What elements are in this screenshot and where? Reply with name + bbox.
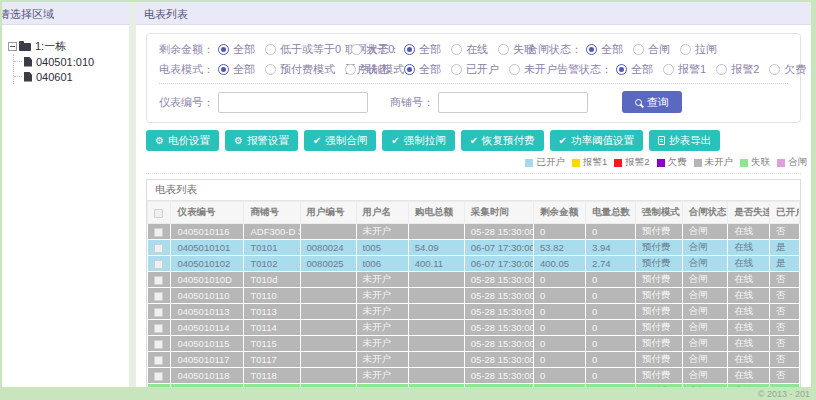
row-checkbox[interactable] — [154, 292, 163, 301]
radio-option[interactable]: 已开户 — [451, 62, 499, 77]
radio-label: 在线 — [466, 42, 488, 57]
action-button[interactable]: ✔强制拉闸 — [382, 130, 454, 151]
radio-option[interactable]: 全部 — [404, 62, 441, 77]
table-cell: T0114 — [244, 320, 300, 336]
action-button[interactable]: ✔强制合闸 — [304, 130, 376, 151]
radio-option[interactable]: 预付费模式 — [265, 62, 335, 77]
table-cell: 05-28 15:30:00 — [464, 304, 533, 320]
legend-item: 欠费 — [657, 156, 687, 169]
column-header: 用户名 — [356, 202, 408, 224]
query-button[interactable]: 查询 — [622, 91, 682, 113]
select-all-checkbox[interactable] — [154, 209, 163, 218]
legend-swatch — [740, 159, 748, 167]
radio-option[interactable]: 拉闸 — [680, 42, 717, 57]
radio-option[interactable]: 合闸 — [633, 42, 670, 57]
row-select-cell — [148, 320, 171, 336]
table-cell: T0102 — [244, 256, 300, 272]
tree-root-node[interactable]: 1:一栋 — [8, 39, 125, 54]
export-readings-button[interactable]: 抄表导出 — [649, 130, 720, 151]
column-header: 购电总额 — [408, 202, 464, 224]
column-header: 合闸状态 — [682, 202, 728, 224]
radio-option[interactable]: 全部 — [218, 62, 255, 77]
radio-option[interactable]: 全部 — [218, 42, 255, 57]
table-cell: 在线 — [728, 240, 770, 256]
table-cell — [300, 320, 356, 336]
app-window: 请选择区域 1:一栋 040501:010040601 电表列表 剩余金额：全部… — [2, 2, 811, 387]
row-checkbox[interactable] — [154, 340, 163, 349]
action-button[interactable]: ✔恢复预付费 — [461, 130, 544, 151]
tree-child-node[interactable]: 040501:010 — [14, 54, 125, 69]
status-legend: 已开户报警1报警2欠费未开户失联合闸 — [146, 156, 807, 169]
radio-option[interactable]: 报警1 — [663, 62, 706, 77]
legend-item: 未开户 — [694, 156, 734, 169]
row-checkbox[interactable] — [154, 276, 163, 285]
row-select-cell — [148, 240, 171, 256]
column-header: 强制模式 — [635, 202, 682, 224]
table-cell: 否 — [769, 272, 799, 288]
radio-option[interactable]: 全部 — [586, 42, 623, 57]
row-checkbox[interactable] — [154, 260, 163, 269]
action-button[interactable]: ✔功率阈值设置 — [550, 130, 643, 151]
legend-separator — [146, 173, 801, 174]
table-cell: 否 — [769, 304, 799, 320]
table-cell: 失连 — [728, 384, 770, 388]
radio-label: 全部 — [233, 62, 255, 77]
action-button[interactable]: ⚙报警设置 — [225, 130, 298, 151]
radio-label: 欠费 — [784, 62, 806, 77]
table-cell: 未开户 — [356, 304, 408, 320]
row-checkbox[interactable] — [154, 308, 163, 317]
table-cell: 预付费 — [635, 368, 682, 384]
radio-option[interactable]: 在线 — [451, 42, 488, 57]
table-cell — [300, 224, 356, 240]
search-row: 仪表编号： 商铺号： 查询 — [159, 88, 788, 116]
radio-icon — [404, 64, 415, 75]
table-cell: 未开户 — [356, 224, 408, 240]
legend-item: 失联 — [740, 156, 770, 169]
legend-swatch — [657, 159, 665, 167]
region-sidebar: 请选择区域 1:一栋 040501:010040601 — [2, 2, 129, 387]
action-button[interactable]: ⚙电价设置 — [146, 130, 219, 151]
radio-option[interactable]: 低于或等于0 — [265, 42, 341, 57]
table-cell: 合闸 — [682, 368, 728, 384]
table-cell — [408, 304, 464, 320]
row-checkbox[interactable] — [154, 244, 163, 253]
table-cell: 合闸 — [682, 320, 728, 336]
legend-swatch — [614, 159, 622, 167]
table-cell: 0405010116 — [171, 224, 244, 240]
row-checkbox[interactable] — [154, 372, 163, 381]
radio-option[interactable]: 未开户 — [509, 62, 557, 77]
table-cell: 0405010114 — [171, 320, 244, 336]
row-checkbox[interactable] — [154, 324, 163, 333]
legend-swatch — [777, 159, 785, 167]
table-cell: 53.82 — [533, 240, 585, 256]
radio-option[interactable]: 报警2 — [716, 62, 759, 77]
table-cell: 0 — [533, 384, 585, 388]
radio-label: 全部 — [419, 42, 441, 57]
radio-option[interactable]: 欠费 — [769, 62, 806, 77]
action-button-label: 恢复预付费 — [482, 134, 535, 148]
page-title: 电表列表 — [136, 2, 811, 25]
radio-option[interactable]: 全部 — [616, 62, 653, 77]
radio-icon — [769, 64, 780, 75]
table-cell — [408, 368, 464, 384]
shop-no-input[interactable] — [438, 92, 588, 113]
tree-collapse-icon[interactable] — [8, 42, 17, 51]
radio-icon — [218, 64, 229, 75]
table-cell: 05-28 15:30:00 — [464, 368, 533, 384]
table-row: 0405010113T0113未开户05-28 15:30:0000预付费合闸在… — [148, 304, 800, 320]
meter-no-input[interactable] — [218, 92, 368, 113]
filter-card: 剩余金额：全部低于或等于0大于0联网状态：全部在线失联合闸状态：全部合闸拉闸 电… — [146, 33, 801, 123]
table-cell: 0 — [533, 368, 585, 384]
radio-icon — [680, 44, 691, 55]
radio-label: 未开户 — [524, 62, 557, 77]
tree-child-node[interactable]: 040601 — [14, 69, 125, 84]
column-header: 仪表编号 — [171, 202, 244, 224]
table-cell — [300, 304, 356, 320]
radio-option[interactable]: 全部 — [404, 42, 441, 57]
document-icon — [658, 136, 665, 145]
row-checkbox[interactable] — [154, 356, 163, 365]
table-cell: 0405010118 — [171, 368, 244, 384]
table-cell: 0 — [533, 336, 585, 352]
row-checkbox[interactable] — [154, 228, 163, 237]
table-cell: 0 — [586, 368, 636, 384]
